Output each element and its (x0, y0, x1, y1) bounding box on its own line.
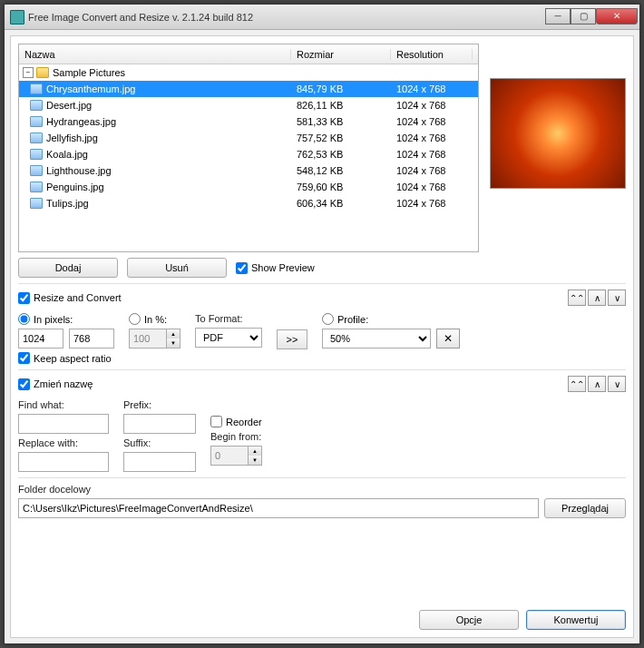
rename-enable-checkbox[interactable]: Zmień nazwę (18, 378, 93, 390)
file-name: Chrysanthemum.jpg (46, 83, 135, 94)
spin-up-icon[interactable]: ▲ (167, 329, 180, 339)
keep-aspect-checkbox[interactable]: Keep aspect ratio (18, 352, 114, 364)
image-file-icon (30, 149, 43, 160)
profile-select[interactable]: 50% (322, 329, 431, 349)
tree-folder-row[interactable]: − Sample Pictures (19, 64, 478, 81)
file-name: Desert.jpg (46, 100, 92, 111)
file-row[interactable]: Desert.jpg826,11 KB1024 x 768 (19, 97, 478, 113)
titlebar[interactable]: Free Image Convert and Resize v. 2.1.24 … (5, 5, 639, 30)
find-what-label: Find what: (18, 399, 109, 410)
file-size: 759,60 KB (291, 182, 391, 192)
image-file-icon (30, 165, 43, 176)
rename-section: Zmień nazwę ⌃⌃ ∧ ∨ Find what: Replace wi… (18, 369, 626, 472)
in-pixels-radio[interactable]: In pixels: (18, 313, 114, 325)
add-button[interactable]: Dodaj (18, 258, 118, 278)
width-input[interactable] (18, 329, 63, 349)
show-preview-checkbox[interactable]: Show Preview (236, 262, 315, 274)
image-file-icon (30, 198, 43, 209)
file-row[interactable]: Penguins.jpg759,60 KB1024 x 768 (19, 179, 478, 195)
section-down-icon[interactable]: ∨ (608, 290, 626, 306)
section-up-icon[interactable]: ∧ (588, 376, 606, 392)
file-row[interactable]: Koala.jpg762,53 KB1024 x 768 (19, 146, 478, 162)
file-name: Lighthouse.jpg (46, 165, 112, 176)
format-select[interactable]: PDF (195, 328, 262, 348)
file-resolution: 1024 x 768 (391, 83, 473, 94)
maximize-button[interactable]: ▢ (571, 8, 596, 25)
close-button[interactable]: ✕ (596, 8, 638, 25)
section-collapse-icon[interactable]: ⌃⌃ (568, 376, 586, 392)
file-name: Penguins.jpg (46, 182, 104, 192)
reorder-checkbox[interactable]: Reorder (210, 416, 262, 427)
begin-from-label: Begin from: (210, 431, 262, 442)
suffix-label: Suffix: (123, 437, 196, 448)
file-row[interactable]: Hydrangeas.jpg581,33 KB1024 x 768 (19, 113, 478, 130)
remove-button[interactable]: Usuń (127, 258, 227, 278)
image-file-icon (30, 83, 43, 94)
percent-input (129, 329, 167, 349)
list-header: Nazwa Rozmiar Resolution (19, 44, 478, 64)
file-name: Hydrangeas.jpg (46, 116, 116, 127)
replace-with-label: Replace with: (18, 437, 109, 448)
show-preview-input[interactable] (236, 262, 248, 274)
file-size: 762,53 KB (291, 149, 391, 160)
folder-icon (36, 67, 49, 78)
file-size: 548,12 KB (291, 165, 391, 176)
file-resolution: 1024 x 768 (391, 198, 473, 209)
file-row[interactable]: Lighthouse.jpg548,12 KB1024 x 768 (19, 162, 478, 179)
file-resolution: 1024 x 768 (391, 133, 473, 143)
spin-down-icon[interactable]: ▼ (167, 339, 180, 348)
image-file-icon (30, 116, 43, 127)
prefix-input[interactable] (123, 414, 196, 434)
window-title: Free Image Convert and Resize v. 2.1.24 … (28, 12, 545, 23)
section-up-icon[interactable]: ∧ (588, 290, 606, 306)
file-resolution: 1024 x 768 (391, 165, 473, 176)
file-row[interactable]: Tulips.jpg606,34 KB1024 x 768 (19, 195, 478, 211)
profile-radio[interactable]: Profile: (322, 313, 460, 325)
spin-down-icon[interactable]: ▼ (249, 456, 261, 465)
begin-from-input (210, 446, 249, 466)
file-size: 606,34 KB (291, 198, 391, 209)
folder-label: Sample Pictures (53, 67, 125, 78)
file-name: Tulips.jpg (46, 198, 89, 209)
folder-label: Folder docelowy (18, 484, 91, 495)
folder-section: Folder docelowy Przeglądaj (18, 477, 626, 518)
height-input[interactable] (69, 329, 114, 349)
replace-with-input[interactable] (18, 452, 109, 472)
forward-button[interactable]: >> (277, 329, 307, 349)
image-preview (490, 78, 626, 189)
file-size: 845,79 KB (291, 83, 391, 94)
file-row[interactable]: Chrysanthemum.jpg845,79 KB1024 x 768 (19, 81, 478, 97)
app-icon (10, 10, 24, 25)
file-resolution: 1024 x 768 (391, 116, 473, 127)
resize-enable-checkbox[interactable]: Resize and Convert (18, 292, 122, 304)
file-name: Koala.jpg (46, 149, 88, 160)
browse-button[interactable]: Przeglądaj (544, 498, 626, 518)
file-row[interactable]: Jellyfish.jpg757,52 KB1024 x 768 (19, 130, 478, 146)
image-file-icon (30, 133, 43, 143)
delete-profile-button[interactable]: ✕ (436, 329, 460, 349)
in-percent-radio[interactable]: In %: (129, 313, 181, 325)
section-down-icon[interactable]: ∨ (608, 376, 626, 392)
image-file-icon (30, 182, 43, 192)
convert-button[interactable]: Konwertuj (526, 610, 626, 630)
suffix-input[interactable] (123, 452, 196, 472)
section-collapse-icon[interactable]: ⌃⌃ (568, 290, 586, 306)
minimize-button[interactable]: ─ (545, 8, 571, 25)
col-name[interactable]: Nazwa (19, 49, 291, 60)
file-name: Jellyfish.jpg (46, 133, 98, 143)
spin-up-icon[interactable]: ▲ (249, 447, 261, 456)
file-size: 581,33 KB (291, 116, 391, 127)
to-format-label: To Format: (195, 313, 262, 324)
file-size: 826,11 KB (291, 100, 391, 111)
expander-icon[interactable]: − (23, 67, 34, 78)
file-resolution: 1024 x 768 (391, 149, 473, 160)
image-file-icon (30, 100, 43, 111)
folder-path-input[interactable] (18, 498, 539, 518)
find-what-input[interactable] (18, 414, 109, 434)
file-list[interactable]: Nazwa Rozmiar Resolution − Sample Pictur… (18, 44, 479, 252)
client-area: Nazwa Rozmiar Resolution − Sample Pictur… (10, 35, 634, 638)
prefix-label: Prefix: (123, 399, 196, 410)
options-button[interactable]: Opcje (419, 610, 519, 630)
col-size[interactable]: Rozmiar (291, 49, 391, 60)
col-resolution[interactable]: Resolution (391, 49, 473, 60)
